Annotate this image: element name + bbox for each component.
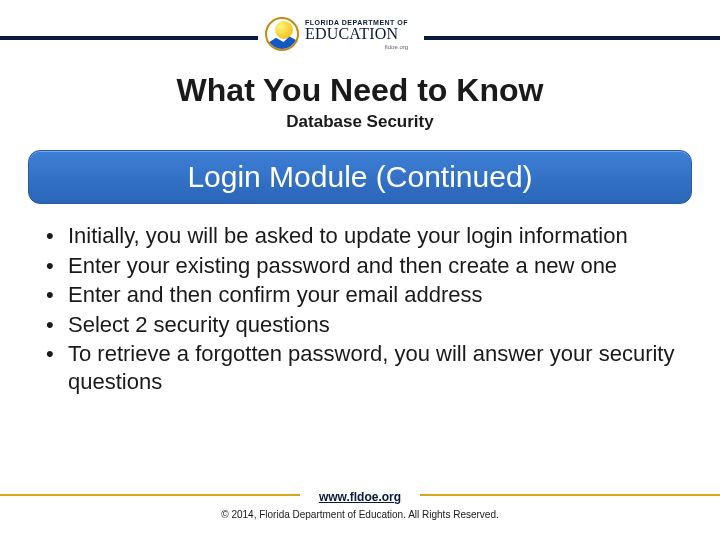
footer-link[interactable]: www.fldoe.org	[319, 490, 401, 504]
logo-url-line: fldoe.org	[385, 44, 408, 50]
page-subtitle: Database Security	[0, 112, 720, 132]
header-rule-right	[424, 36, 720, 40]
footer-copyright: © 2014, Florida Department of Education.…	[0, 509, 720, 520]
page-title: What You Need to Know	[0, 72, 720, 109]
header-rule-left	[0, 36, 258, 40]
logo-text: FLORIDA DEPARTMENT OF EDUCATION fldoe.or…	[305, 19, 408, 50]
footer: www.fldoe.org © 2014, Florida Department…	[0, 487, 720, 520]
list-item: Enter your existing password and then cr…	[42, 252, 678, 280]
logo-edu-line: EDUCATION	[305, 26, 408, 42]
section-heading: Login Module (Continued)	[187, 160, 532, 194]
list-item: Enter and then confirm your email addres…	[42, 281, 678, 309]
bullet-list: Initially, you will be asked to update y…	[42, 222, 678, 397]
org-logo: FLORIDA DEPARTMENT OF EDUCATION fldoe.or…	[265, 10, 423, 58]
list-item: Initially, you will be asked to update y…	[42, 222, 678, 250]
list-item: Select 2 security questions	[42, 311, 678, 339]
section-heading-pill: Login Module (Continued)	[28, 150, 692, 204]
list-item: To retrieve a forgotten password, you wi…	[42, 340, 678, 395]
logo-icon	[265, 17, 299, 51]
